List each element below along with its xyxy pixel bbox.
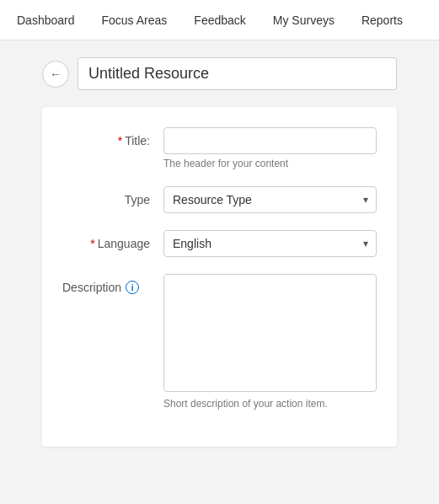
- language-field: English ▾: [163, 230, 377, 257]
- description-textarea[interactable]: [163, 274, 377, 392]
- form-row-language: *Language English ▾: [62, 230, 377, 257]
- nav-item-reports[interactable]: Reports: [358, 2, 406, 39]
- required-star-language: *: [90, 237, 94, 250]
- nav-item-focus-areas[interactable]: Focus Areas: [99, 2, 171, 39]
- back-button[interactable]: ←: [42, 61, 69, 88]
- form-card: *Title: The header for your content Type…: [42, 107, 397, 447]
- title-input[interactable]: [163, 127, 377, 154]
- form-row-description: Description i Short description of your …: [62, 274, 377, 410]
- description-label-wrap: Description i: [62, 281, 150, 294]
- main-content: ← *Title: The header for your content Ty…: [0, 40, 439, 464]
- form-row-title: *Title: The header for your content: [62, 127, 377, 169]
- nav-bar: Dashboard Focus Areas Feedback My Survey…: [0, 0, 439, 40]
- title-hint: The header for your content: [163, 158, 377, 169]
- nav-item-my-surveys[interactable]: My Surveys: [270, 2, 338, 39]
- language-select-wrapper: English ▾: [163, 230, 377, 257]
- title-field: The header for your content: [163, 127, 377, 169]
- description-info-icon[interactable]: i: [126, 281, 139, 294]
- form-row-type: Type Resource Type ▾: [62, 186, 377, 213]
- type-label: Type: [62, 186, 163, 206]
- description-label: Description i: [62, 274, 163, 294]
- type-select-wrapper: Resource Type ▾: [163, 186, 377, 213]
- title-label: *Title:: [62, 127, 163, 147]
- nav-item-feedback[interactable]: Feedback: [190, 2, 249, 39]
- language-select[interactable]: English: [163, 230, 377, 257]
- description-field: Short description of your action item.: [163, 274, 377, 410]
- type-select[interactable]: Resource Type: [163, 186, 377, 213]
- title-bar: ←: [42, 57, 397, 90]
- nav-item-dashboard[interactable]: Dashboard: [13, 2, 78, 39]
- type-field: Resource Type ▾: [163, 186, 377, 213]
- description-hint: Short description of your action item.: [163, 398, 377, 410]
- language-label: *Language: [62, 230, 163, 250]
- page-title-input[interactable]: [78, 57, 397, 90]
- required-star-title: *: [118, 134, 122, 147]
